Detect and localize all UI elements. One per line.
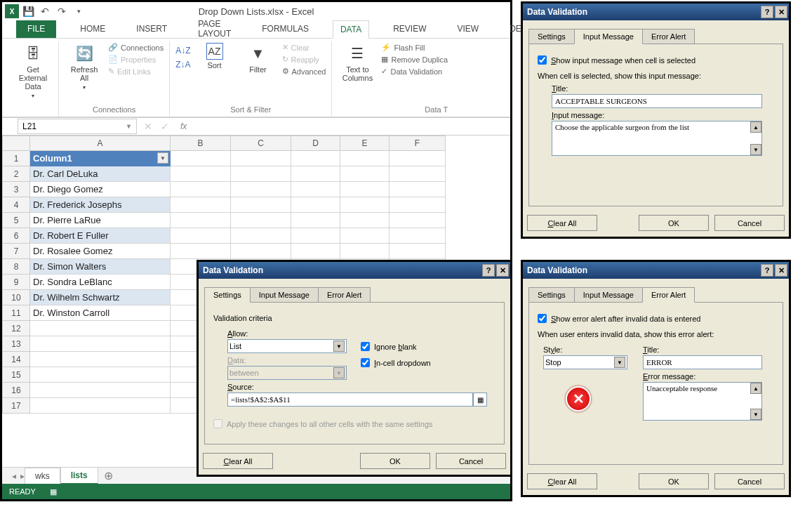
cell[interactable] <box>231 151 291 166</box>
cell[interactable] <box>231 182 291 197</box>
range-picker-icon[interactable]: ▦ <box>473 393 487 407</box>
help-icon[interactable]: ? <box>761 264 773 277</box>
row-header[interactable]: 3 <box>2 182 30 197</box>
cell[interactable] <box>340 213 390 228</box>
cell[interactable] <box>30 398 171 414</box>
cell[interactable] <box>231 166 291 182</box>
cell[interactable] <box>291 182 340 197</box>
cell[interactable]: Dr. Carl DeLuka <box>30 166 171 182</box>
scroll-down-icon[interactable]: ▼ <box>750 144 761 155</box>
cell[interactable] <box>171 197 231 213</box>
cell[interactable]: Dr. Winston Carroll <box>30 305 171 321</box>
row-header[interactable]: 2 <box>2 166 30 182</box>
text-to-columns-button[interactable]: ☰ Text to Columns <box>338 43 377 82</box>
select-all-corner[interactable] <box>2 136 30 151</box>
row-header[interactable]: 8 <box>2 259 30 275</box>
chevron-down-icon[interactable]: ▼ <box>126 123 132 130</box>
cell[interactable] <box>171 244 231 259</box>
cell[interactable] <box>30 367 171 383</box>
row-header[interactable]: 16 <box>2 383 30 398</box>
close-icon[interactable]: ✕ <box>496 264 509 277</box>
row-header[interactable]: 15 <box>2 367 30 383</box>
advanced-button[interactable]: ⚙Advanced <box>282 67 326 76</box>
cell[interactable] <box>30 383 171 398</box>
column-header[interactable]: B <box>171 136 231 151</box>
cell[interactable]: Dr. Pierre LaRue <box>30 213 171 228</box>
get-external-data-button[interactable]: 🗄 Get External Data▾ <box>13 43 53 100</box>
ok-button[interactable]: OK <box>360 453 430 469</box>
row-header[interactable]: 12 <box>2 321 30 336</box>
cell[interactable] <box>340 197 390 213</box>
cell[interactable]: Dr. Wilhelm Schwartz <box>30 290 171 305</box>
cell[interactable] <box>231 213 291 228</box>
tab-insert[interactable]: INSERT <box>129 20 174 38</box>
tab-input-message[interactable]: Input Message <box>250 287 319 303</box>
redo-icon[interactable]: ↷ <box>54 4 69 19</box>
tab-settings[interactable]: Settings <box>204 287 251 303</box>
column-header[interactable]: E <box>340 136 390 151</box>
cell[interactable] <box>30 352 171 367</box>
row-header[interactable]: 10 <box>2 290 30 305</box>
tab-settings[interactable]: Settings <box>528 287 575 303</box>
row-header[interactable]: 11 <box>2 305 30 321</box>
cell[interactable] <box>291 151 340 166</box>
cell[interactable]: Column1▼ <box>30 151 171 166</box>
row-header[interactable]: 1 <box>2 151 30 166</box>
tab-settings[interactable]: Settings <box>528 29 575 44</box>
error-message-textarea[interactable]: Unacceptable response ▲ ▼ <box>643 382 762 421</box>
tab-review[interactable]: REVIEW <box>386 20 433 38</box>
tab-page-layout[interactable]: PAGE LAYOUT <box>191 20 238 38</box>
row-header[interactable]: 13 <box>2 336 30 352</box>
formula-input[interactable] <box>191 119 510 133</box>
cell[interactable] <box>231 244 291 259</box>
cell[interactable] <box>390 244 446 259</box>
tab-view[interactable]: VIEW <box>451 20 486 38</box>
row-header[interactable]: 4 <box>2 197 30 213</box>
sheet-nav-next-icon[interactable]: ▸ <box>20 471 25 481</box>
input-message-textarea[interactable]: Choose the applicable surgeon from the l… <box>552 121 762 156</box>
cell[interactable] <box>30 321 171 336</box>
ok-button[interactable]: OK <box>639 473 709 489</box>
cell[interactable] <box>171 151 231 166</box>
cell[interactable] <box>390 151 446 166</box>
cell[interactable] <box>231 228 291 244</box>
undo-icon[interactable]: ↶ <box>37 4 53 19</box>
cell[interactable] <box>340 151 390 166</box>
cell[interactable]: Dr. Simon Walters <box>30 259 171 275</box>
cell[interactable]: Dr. Rosalee Gomez <box>30 244 171 259</box>
cell[interactable] <box>291 197 340 213</box>
close-icon[interactable]: ✕ <box>775 264 787 277</box>
row-header[interactable]: 14 <box>2 352 30 367</box>
sort-az-icon[interactable]: A↓Z <box>175 46 190 55</box>
macro-record-icon[interactable]: ▦ <box>50 487 57 496</box>
ignore-blank-checkbox[interactable] <box>361 342 370 351</box>
flash-fill-button[interactable]: ⚡Flash Fill <box>381 43 448 52</box>
row-header[interactable]: 7 <box>2 244 30 259</box>
tab-error-alert[interactable]: Error Alert <box>642 287 695 303</box>
cell[interactable] <box>30 336 171 352</box>
tab-file[interactable]: FILE <box>16 20 56 38</box>
row-header[interactable]: 6 <box>2 228 30 244</box>
scroll-up-icon[interactable]: ▲ <box>750 383 761 394</box>
remove-duplicates-button[interactable]: ▦Remove Duplica <box>381 55 448 64</box>
show-error-alert-checkbox[interactable] <box>538 314 547 323</box>
connections-button[interactable]: 🔗Connections <box>108 43 164 52</box>
cell[interactable] <box>171 182 231 197</box>
filter-dropdown-icon[interactable]: ▼ <box>157 152 168 164</box>
cell[interactable] <box>340 244 390 259</box>
cell[interactable] <box>390 213 446 228</box>
cell[interactable]: Dr. Sondra LeBlanc <box>30 275 171 290</box>
cancel-button[interactable]: Cancel <box>436 453 506 469</box>
cell[interactable] <box>231 197 291 213</box>
qat-customize-icon[interactable]: ▾ <box>71 4 86 19</box>
save-icon[interactable]: 💾 <box>20 4 36 19</box>
tab-error-alert[interactable]: Error Alert <box>642 29 695 44</box>
close-icon[interactable]: ✕ <box>775 6 787 18</box>
title-input[interactable] <box>552 94 762 108</box>
allow-select[interactable]: List ▼ <box>227 339 347 353</box>
tab-data[interactable]: DATA <box>333 20 369 39</box>
row-header[interactable]: 17 <box>2 398 30 414</box>
tab-input-message[interactable]: Input Message <box>574 287 643 303</box>
cell[interactable]: Dr. Robert E Fuller <box>30 228 171 244</box>
column-header[interactable]: D <box>291 136 340 151</box>
